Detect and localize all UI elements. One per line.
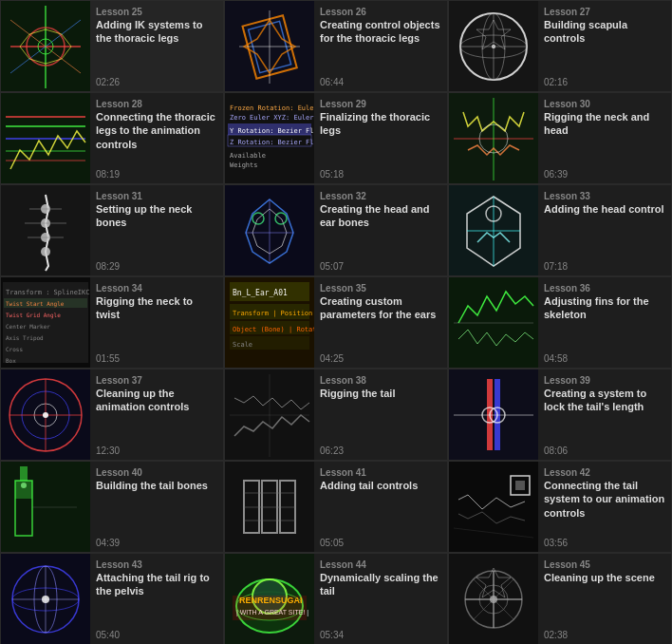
lesson-item-39[interactable]: Lesson 39Creating a system to lock the t… bbox=[448, 369, 672, 461]
lesson-item-34[interactable]: Transform : SplineIKChai Twist Start Ang… bbox=[0, 276, 224, 369]
lesson-title-25: Adding IK systems to the thoracic legs bbox=[96, 18, 217, 74]
svg-text:Transform : SplineIKChai: Transform : SplineIKChai bbox=[6, 289, 90, 296]
lesson-thumbnail-42 bbox=[449, 462, 538, 553]
lesson-number-32: Lesson 32 bbox=[320, 191, 441, 201]
lesson-number-43: Lesson 43 bbox=[96, 559, 217, 570]
lesson-title-30: Rigging the neck and head bbox=[544, 110, 665, 166]
lesson-info-32: Lesson 32Creating the head and ear bones… bbox=[314, 185, 447, 275]
svg-text:Scale: Scale bbox=[233, 341, 252, 349]
lesson-duration-28: 08:19 bbox=[96, 169, 217, 180]
lesson-thumbnail-36 bbox=[449, 277, 538, 369]
lesson-title-42: Connecting the tail system to our animat… bbox=[544, 479, 665, 535]
svg-text:Weights: Weights bbox=[230, 161, 258, 169]
lesson-title-41: Adding tail controls bbox=[320, 479, 441, 535]
lesson-title-29: Finalizing the thoracic legs bbox=[320, 110, 441, 166]
lesson-number-44: Lesson 44 bbox=[320, 559, 441, 570]
lesson-title-31: Setting up the neck bones bbox=[96, 202, 217, 258]
lesson-item-38[interactable]: Lesson 38Rigging the tail06:23 bbox=[224, 369, 448, 461]
lesson-item-27[interactable]: Lesson 27Building scapula controls02:16 bbox=[448, 0, 672, 92]
lesson-item-35[interactable]: Bn_L_Ear_A01 Transform | Position Object… bbox=[224, 276, 448, 369]
lesson-item-28[interactable]: Lesson 28Connecting the thoracic legs to… bbox=[0, 92, 224, 184]
lesson-item-33[interactable]: Lesson 33Adding the head control07:18 bbox=[448, 184, 672, 276]
lesson-title-36: Adjusting fins for the skeleton bbox=[544, 294, 665, 350]
lesson-info-44: Lesson 44Dynamically scaling the tail05:… bbox=[314, 554, 447, 644]
lesson-duration-33: 07:18 bbox=[544, 261, 665, 272]
lesson-info-38: Lesson 38Rigging the tail06:23 bbox=[314, 369, 447, 460]
lesson-item-32[interactable]: Lesson 32Creating the head and ear bones… bbox=[224, 184, 448, 276]
lesson-duration-42: 03:56 bbox=[544, 538, 665, 548]
lesson-item-37[interactable]: Lesson 37Cleaning up the animation contr… bbox=[0, 369, 224, 461]
lesson-number-38: Lesson 38 bbox=[320, 375, 441, 386]
svg-rect-112 bbox=[515, 481, 525, 490]
lesson-number-28: Lesson 28 bbox=[96, 99, 217, 109]
lesson-thumbnail-40 bbox=[1, 462, 90, 553]
lesson-thumbnail-28 bbox=[1, 93, 90, 184]
lesson-item-42[interactable]: Lesson 42Connecting the tail system to o… bbox=[448, 461, 672, 553]
svg-text:Object (Bone) | Rotatio: Object (Bone) | Rotatio bbox=[233, 326, 314, 333]
svg-text:Zero Euler XYZ: Euler XYZ: Zero Euler XYZ: Euler XYZ bbox=[230, 114, 314, 122]
svg-text:Axis Tripod: Axis Tripod bbox=[6, 334, 44, 342]
lesson-title-39: Creating a system to lock the tail's len… bbox=[544, 387, 665, 443]
lesson-duration-34: 01:55 bbox=[96, 353, 217, 364]
lesson-title-27: Building scapula controls bbox=[544, 18, 665, 74]
svg-rect-100 bbox=[20, 466, 28, 481]
lesson-thumbnail-38 bbox=[225, 369, 314, 461]
svg-text:Z Rotation: Bezier Flo: Z Rotation: Bezier Flo bbox=[230, 139, 314, 146]
lesson-item-31[interactable]: Lesson 31Setting up the neck bones08:29 bbox=[0, 184, 224, 276]
lesson-duration-35: 04:25 bbox=[320, 353, 441, 364]
lesson-grid: Lesson 25Adding IK systems to the thorac… bbox=[0, 0, 672, 644]
lesson-info-27: Lesson 27Building scapula controls02:16 bbox=[538, 1, 671, 91]
lesson-info-30: Lesson 30Rigging the neck and head06:39 bbox=[538, 93, 671, 183]
lesson-thumbnail-29: Frozen Rotation: Euler XY Zero Euler XYZ… bbox=[225, 93, 314, 184]
lesson-item-30[interactable]: Lesson 30Rigging the neck and head06:39 bbox=[448, 92, 672, 184]
lesson-item-26[interactable]: Lesson 26Creating control objects for th… bbox=[224, 0, 448, 92]
lesson-duration-43: 05:40 bbox=[96, 630, 217, 640]
lesson-duration-44: 05:34 bbox=[320, 630, 441, 640]
lesson-info-40: Lesson 40Building the tail bones04:39 bbox=[90, 462, 223, 552]
lesson-thumbnail-27 bbox=[449, 1, 538, 92]
lesson-item-25[interactable]: Lesson 25Adding IK systems to the thorac… bbox=[0, 0, 224, 92]
svg-point-44 bbox=[41, 247, 50, 256]
lesson-number-36: Lesson 36 bbox=[544, 283, 665, 294]
lesson-title-33: Adding the head control bbox=[544, 202, 665, 258]
lesson-item-41[interactable]: Lesson 41Adding tail controls05:05 bbox=[224, 461, 448, 553]
lesson-number-39: Lesson 39 bbox=[544, 375, 665, 386]
lesson-thumbnail-26 bbox=[225, 1, 314, 92]
lesson-number-29: Lesson 29 bbox=[320, 99, 441, 109]
lesson-info-42: Lesson 42Connecting the tail system to o… bbox=[538, 462, 671, 552]
lesson-info-39: Lesson 39Creating a system to lock the t… bbox=[538, 369, 671, 460]
svg-text:Twist Start Angle: Twist Start Angle bbox=[6, 300, 65, 308]
svg-text:Y Rotation: Bezier Flo: Y Rotation: Bezier Flo bbox=[230, 127, 314, 135]
lesson-number-42: Lesson 42 bbox=[544, 467, 665, 478]
lesson-title-26: Creating control objects for the thoraci… bbox=[320, 18, 441, 74]
lesson-number-34: Lesson 34 bbox=[96, 283, 217, 294]
lesson-item-29[interactable]: Frozen Rotation: Euler XY Zero Euler XYZ… bbox=[224, 92, 448, 184]
lesson-item-43[interactable]: Lesson 43Attaching the tail rig to the p… bbox=[0, 553, 224, 644]
lesson-item-45[interactable]: Lesson 45Cleaning up the scene02:38 bbox=[448, 553, 672, 644]
lesson-info-26: Lesson 26Creating control objects for th… bbox=[314, 1, 447, 91]
lesson-duration-32: 05:07 bbox=[320, 261, 441, 272]
lesson-item-40[interactable]: Lesson 40Building the tail bones04:39 bbox=[0, 461, 224, 553]
lesson-thumbnail-39 bbox=[449, 369, 538, 461]
lesson-duration-41: 05:05 bbox=[320, 538, 441, 548]
lesson-title-45: Cleaning up the scene bbox=[544, 571, 665, 627]
lesson-duration-37: 12:30 bbox=[96, 445, 217, 456]
svg-text:Twist Grid Angle: Twist Grid Angle bbox=[6, 312, 61, 319]
lesson-info-37: Lesson 37Cleaning up the animation contr… bbox=[90, 369, 223, 460]
svg-text:Frozen Rotation: Euler XY: Frozen Rotation: Euler XY bbox=[230, 104, 314, 112]
lesson-duration-30: 06:39 bbox=[544, 169, 665, 180]
lesson-number-33: Lesson 33 bbox=[544, 191, 665, 201]
svg-text:Cross: Cross bbox=[6, 346, 23, 352]
lesson-number-30: Lesson 30 bbox=[544, 99, 665, 109]
lesson-number-25: Lesson 25 bbox=[96, 7, 217, 17]
lesson-info-41: Lesson 41Adding tail controls05:05 bbox=[314, 462, 447, 552]
lesson-item-44[interactable]: RENRENSUGAI | WITH A GREAT SITE! | Lesso… bbox=[224, 553, 448, 644]
svg-text:Transform | Position: Transform | Position bbox=[233, 310, 312, 317]
lesson-item-36[interactable]: Lesson 36Adjusting fins for the skeleton… bbox=[448, 276, 672, 369]
lesson-number-37: Lesson 37 bbox=[96, 375, 217, 386]
lesson-thumbnail-30 bbox=[449, 93, 538, 184]
lesson-duration-45: 02:38 bbox=[544, 630, 665, 640]
lesson-title-44: Dynamically scaling the tail bbox=[320, 571, 441, 627]
lesson-duration-36: 04:58 bbox=[544, 353, 665, 364]
lesson-info-31: Lesson 31Setting up the neck bones08:29 bbox=[90, 185, 223, 275]
